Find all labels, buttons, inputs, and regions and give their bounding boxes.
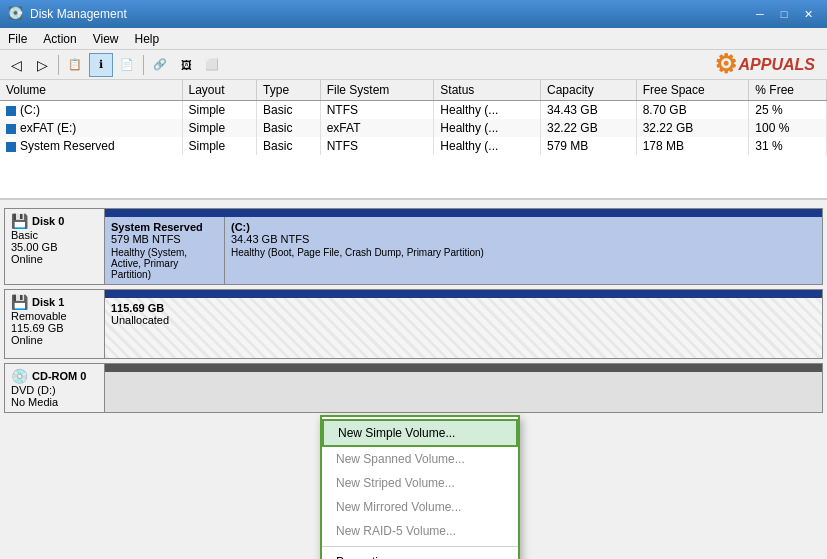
disk-label-0: 💾 Disk 0 Basic 35.00 GB Online: [5, 209, 105, 284]
minimize-button[interactable]: ─: [749, 4, 771, 24]
menu-bar: File Action View Help: [0, 28, 827, 50]
menu-file[interactable]: File: [0, 30, 35, 48]
title-bar: 💽 Disk Management ─ □ ✕: [0, 0, 827, 28]
cell-pctfree-1: 100 %: [749, 119, 827, 137]
disk-row-0: 💾 Disk 0 Basic 35.00 GB Online System Re…: [4, 208, 823, 285]
disk1-size: 115.69 GB: [11, 322, 98, 334]
cdrom-status: No Media: [11, 396, 98, 408]
cell-pctfree-0: 25 %: [749, 101, 827, 120]
table-row[interactable]: (C:) Simple Basic NTFS Healthy (... 34.4…: [0, 101, 827, 120]
col-freespace[interactable]: Free Space: [636, 80, 749, 101]
disk0-stripe: [105, 209, 822, 217]
disk1-status: Online: [11, 334, 98, 346]
toolbar-btn5[interactable]: 🖼: [174, 53, 198, 77]
disk-label-1: 💾 Disk 1 Removable 115.69 GB Online: [5, 290, 105, 358]
p0-c-size: 34.43 GB NTFS: [231, 233, 816, 245]
disk-row-cdrom: 💿 CD-ROM 0 DVD (D:) No Media: [4, 363, 823, 413]
cell-volume-0: (C:): [0, 101, 182, 120]
ctx-sep-5: [322, 546, 518, 547]
p1-unalloc-size: 115.69 GB: [111, 302, 816, 314]
disk0-content: System Reserved 579 MB NTFS Healthy (Sys…: [105, 209, 822, 284]
cell-fs-0: NTFS: [320, 101, 434, 120]
ctx-item-new-spanned: New Spanned Volume...: [322, 447, 518, 471]
col-filesystem[interactable]: File System: [320, 80, 434, 101]
title-bar-text: Disk Management: [30, 7, 127, 21]
partition-unallocated[interactable]: 115.69 GB Unallocated: [105, 298, 822, 358]
col-percentfree[interactable]: % Free: [749, 80, 827, 101]
disk1-stripe: [105, 290, 822, 298]
cell-volume-2: System Reserved: [0, 137, 182, 155]
col-type[interactable]: Type: [257, 80, 321, 101]
cell-type-0: Basic: [257, 101, 321, 120]
close-button[interactable]: ✕: [797, 4, 819, 24]
toolbar-btn2[interactable]: ℹ: [89, 53, 113, 77]
cell-freespace-2: 178 MB: [636, 137, 749, 155]
disk0-status: Online: [11, 253, 98, 265]
disk-label-cdrom: 💿 CD-ROM 0 DVD (D:) No Media: [5, 364, 105, 412]
col-layout[interactable]: Layout: [182, 80, 257, 101]
cell-layout-0: Simple: [182, 101, 257, 120]
menu-view[interactable]: View: [85, 30, 127, 48]
cell-status-1: Healthy (...: [434, 119, 541, 137]
cdrom-type: DVD (D:): [11, 384, 98, 396]
maximize-button[interactable]: □: [773, 4, 795, 24]
title-bar-icon: 💽: [8, 6, 24, 22]
toolbar-sep2: [143, 55, 144, 75]
p0-sys-size: 579 MB NTFS: [111, 233, 218, 245]
appuals-text: APPUALS: [739, 56, 815, 74]
cdrom-icon: 💿: [11, 368, 28, 384]
disk1-partitions: 115.69 GB Unallocated: [105, 298, 822, 358]
disk1-type: Removable: [11, 310, 98, 322]
main-area: Volume Layout Type File System Status Ca…: [0, 80, 827, 559]
cell-volume-1: exFAT (E:): [0, 119, 182, 137]
col-volume[interactable]: Volume: [0, 80, 182, 101]
toolbar-forward[interactable]: ▷: [30, 53, 54, 77]
ctx-item-new-raid5: New RAID-5 Volume...: [322, 519, 518, 543]
disk0-partitions: System Reserved 579 MB NTFS Healthy (Sys…: [105, 217, 822, 284]
toolbar-btn6[interactable]: ⬜: [200, 53, 224, 77]
ctx-item-properties[interactable]: Properties: [322, 550, 518, 559]
cell-type-2: Basic: [257, 137, 321, 155]
ctx-item-new-simple[interactable]: New Simple Volume...: [322, 419, 518, 447]
disk-area: 💾 Disk 0 Basic 35.00 GB Online System Re…: [0, 200, 827, 559]
cell-status-2: Healthy (...: [434, 137, 541, 155]
cell-capacity-2: 579 MB: [541, 137, 637, 155]
p0-sys-status: Healthy (System, Active, Primary Partiti…: [111, 247, 218, 280]
p0-c-status: Healthy (Boot, Page File, Crash Dump, Pr…: [231, 247, 816, 258]
partition-c-drive[interactable]: (C:) 34.43 GB NTFS Healthy (Boot, Page F…: [225, 217, 822, 284]
ctx-item-new-striped: New Striped Volume...: [322, 471, 518, 495]
appuals-logo: ⚙ APPUALS: [714, 49, 815, 80]
toolbar-btn1[interactable]: 📋: [63, 53, 87, 77]
cell-layout-2: Simple: [182, 137, 257, 155]
ctx-item-new-mirrored: New Mirrored Volume...: [322, 495, 518, 519]
cell-capacity-0: 34.43 GB: [541, 101, 637, 120]
menu-help[interactable]: Help: [127, 30, 168, 48]
toolbar-btn4[interactable]: 🔗: [148, 53, 172, 77]
toolbar-sep1: [58, 55, 59, 75]
disk0-icon: 💾: [11, 213, 28, 229]
cell-capacity-1: 32.22 GB: [541, 119, 637, 137]
toolbar-back[interactable]: ◁: [4, 53, 28, 77]
p1-unalloc-label: Unallocated: [111, 314, 816, 326]
cdrom-partitions: [105, 372, 822, 412]
table-row[interactable]: exFAT (E:) Simple Basic exFAT Healthy (.…: [0, 119, 827, 137]
cell-freespace-0: 8.70 GB: [636, 101, 749, 120]
toolbar-btn3[interactable]: 📄: [115, 53, 139, 77]
toolbar: ◁ ▷ 📋 ℹ 📄 🔗 🖼 ⬜ ⚙ APPUALS: [0, 50, 827, 80]
col-capacity[interactable]: Capacity: [541, 80, 637, 101]
cell-type-1: Basic: [257, 119, 321, 137]
cell-fs-2: NTFS: [320, 137, 434, 155]
col-status[interactable]: Status: [434, 80, 541, 101]
volume-table-container: Volume Layout Type File System Status Ca…: [0, 80, 827, 200]
partition-system-reserved[interactable]: System Reserved 579 MB NTFS Healthy (Sys…: [105, 217, 225, 284]
disk0-size: 35.00 GB: [11, 241, 98, 253]
disk-row-1: 💾 Disk 1 Removable 115.69 GB Online 115.…: [4, 289, 823, 359]
menu-action[interactable]: Action: [35, 30, 84, 48]
disk0-name: Disk 0: [32, 215, 64, 227]
disk1-name: Disk 1: [32, 296, 64, 308]
cdrom-content: [105, 364, 822, 412]
disk1-icon: 💾: [11, 294, 28, 310]
table-row[interactable]: System Reserved Simple Basic NTFS Health…: [0, 137, 827, 155]
cell-freespace-1: 32.22 GB: [636, 119, 749, 137]
cell-pctfree-2: 31 %: [749, 137, 827, 155]
